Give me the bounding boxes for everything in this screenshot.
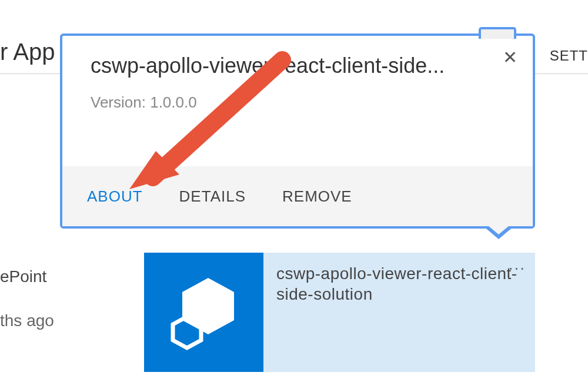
app-tile-title: cswp-apollo-viewer-react-client-side-sol… bbox=[276, 263, 522, 304]
callout-action-bar: ABOUT DETAILS REMOVE bbox=[62, 166, 533, 226]
page-title-fragment: r App bbox=[0, 40, 55, 63]
left-text-fragment-2: ths ago bbox=[0, 311, 54, 330]
callout-header: cswp-apollo-viewer-react-client-side... … bbox=[62, 36, 533, 166]
callout-title: cswp-apollo-viewer-react-client-side... bbox=[91, 53, 488, 78]
app-tile-body: cswp-apollo-viewer-react-client-side-sol… bbox=[263, 253, 535, 372]
package-icon bbox=[166, 274, 242, 351]
close-icon[interactable]: ✕ bbox=[503, 49, 517, 66]
more-actions-button[interactable]: ··· bbox=[509, 259, 526, 277]
settings-link-fragment[interactable]: SETT bbox=[550, 48, 588, 64]
callout-beak-inner bbox=[488, 226, 509, 234]
app-tile-icon bbox=[144, 253, 263, 372]
remove-button[interactable]: REMOVE bbox=[281, 184, 353, 209]
app-tile[interactable]: cswp-apollo-viewer-react-client-side-sol… bbox=[144, 253, 535, 372]
svg-marker-0 bbox=[182, 278, 234, 334]
left-text-fragment-1: ePoint bbox=[0, 267, 46, 286]
app-callout: cswp-apollo-viewer-react-client-side... … bbox=[60, 33, 535, 229]
about-button[interactable]: ABOUT bbox=[86, 184, 144, 209]
details-button[interactable]: DETAILS bbox=[178, 184, 247, 209]
callout-version: Version: 1.0.0.0 bbox=[91, 93, 488, 112]
